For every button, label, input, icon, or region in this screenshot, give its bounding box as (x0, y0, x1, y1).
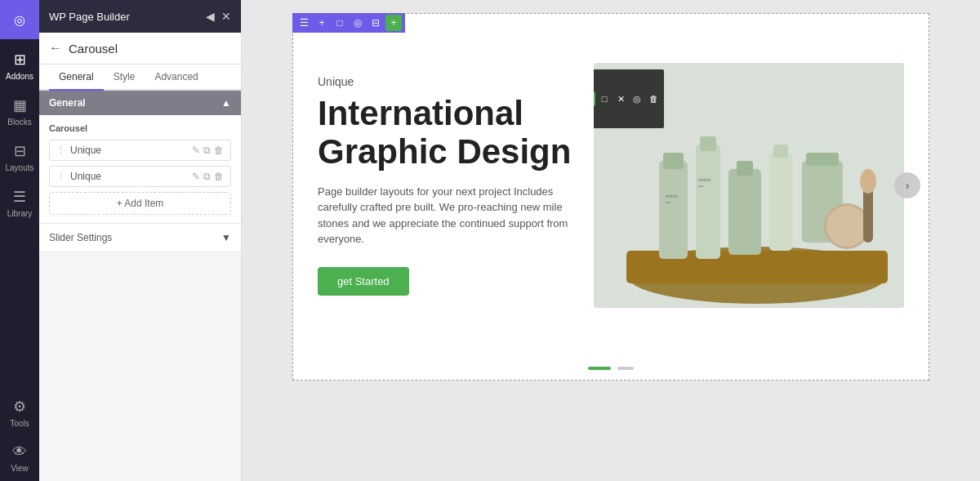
inline-add-icon[interactable]: + (594, 91, 595, 106)
layouts-label: Layouts (5, 163, 33, 172)
back-title: Carousel (69, 42, 118, 56)
widget-toolbar-top: ☰ + □ ◎ ⊟ + (292, 13, 405, 33)
library-icon: ☰ (13, 188, 26, 206)
svg-text:spa: spa (666, 200, 671, 204)
slide-product-image: endota spa endota spa + □ ✕ ◎ 🗑 (594, 63, 904, 308)
dot-1[interactable] (588, 367, 611, 370)
add-item-button[interactable]: + Add Item (49, 192, 231, 215)
sidebar-item-tools[interactable]: ⚙ Tools (0, 390, 39, 435)
collapse-icon[interactable]: ◀ (206, 10, 215, 23)
widget-tool-target-icon[interactable]: ◎ (350, 15, 366, 31)
svg-point-16 (860, 169, 876, 194)
logo-icon: ◎ (14, 12, 25, 28)
duplicate-icon[interactable]: ⧉ (203, 145, 211, 156)
dot-2[interactable] (617, 367, 634, 370)
sidebar-item-layouts[interactable]: ⊟ Layouts (0, 134, 39, 180)
sidebar-item-addons[interactable]: ⊞ Addons (0, 42, 39, 88)
get-started-button[interactable]: get Started (318, 267, 409, 296)
carousel-item: ⋮ Unique ✎ ⧉ 🗑 (49, 140, 231, 161)
delete-icon[interactable]: 🗑 (214, 145, 224, 156)
svg-rect-4 (663, 153, 684, 169)
panel-header-icons: ◀ ✕ (206, 10, 231, 23)
panel-header: WP Page Builder ◀ ✕ (39, 0, 241, 33)
canvas: ☰ + □ ◎ ⊟ + Unique International Graphic… (242, 0, 980, 481)
duplicate-icon-2[interactable]: ⧉ (203, 171, 211, 182)
panel-title-text: WP Page Builder (49, 11, 130, 23)
blocks-icon: ▦ (13, 96, 27, 114)
widget-tool-add-icon[interactable]: + (314, 15, 330, 31)
add-item-label: + Add Item (117, 198, 164, 209)
tab-general[interactable]: General (49, 65, 104, 91)
svg-text:spa: spa (698, 184, 704, 188)
sidebar-item-library[interactable]: ☰ Library (0, 180, 39, 225)
sidebar-item-blocks[interactable]: ▦ Blocks (0, 88, 39, 134)
tab-advanced[interactable]: Advanced (145, 65, 207, 91)
sidebar-item-view[interactable]: 👁 View (0, 435, 39, 481)
svg-rect-10 (773, 145, 788, 158)
inline-copy-icon[interactable]: □ (597, 91, 612, 106)
library-label: Library (7, 209, 33, 218)
carousel-item-1-label: Unique (70, 145, 192, 156)
widget-container: ☰ + □ ◎ ⊟ + Unique International Graphic… (292, 13, 929, 381)
carousel-item-1-actions: ✎ ⧉ 🗑 (192, 145, 224, 156)
slider-settings-row[interactable]: Slider Settings ▼ (39, 224, 241, 252)
slide-tag: Unique (318, 75, 577, 88)
close-icon[interactable]: ✕ (221, 10, 231, 23)
icon-bar: ◎ ⊞ Addons ▦ Blocks ⊟ Layouts ☰ Library … (0, 0, 39, 481)
drag-handle-icon-2: ⋮ (56, 171, 65, 182)
tools-icon: ⚙ (13, 398, 26, 416)
panel: WP Page Builder ◀ ✕ ← Carousel General S… (39, 0, 242, 481)
tabs: General Style Advanced (39, 65, 241, 91)
back-button[interactable]: ← (49, 41, 62, 56)
widget-tool-copy-icon[interactable]: □ (332, 15, 348, 31)
svg-rect-8 (737, 161, 753, 176)
svg-rect-3 (659, 161, 688, 259)
edit-icon[interactable]: ✎ (192, 145, 200, 156)
carousel-item-2: ⋮ Unique ✎ ⧉ 🗑 (49, 166, 231, 187)
inline-delete-icon[interactable]: 🗑 (646, 91, 661, 106)
slide-description: Page builder layouts for your next proje… (318, 184, 577, 247)
drag-handle-icon: ⋮ (56, 145, 65, 156)
layouts-icon: ⊟ (14, 142, 26, 160)
view-icon: 👁 (12, 443, 27, 461)
widget-tool-add-section-icon[interactable]: + (385, 15, 402, 31)
tab-style[interactable]: Style (104, 65, 145, 91)
content-toolbar: + □ ✕ ◎ 🗑 (594, 69, 664, 128)
panel-title: WP Page Builder (49, 11, 130, 23)
delete-icon-2[interactable]: 🗑 (214, 171, 224, 182)
svg-rect-6 (700, 136, 716, 151)
tools-label: Tools (10, 419, 29, 428)
carousel-slide: Unique International Graphic Design Page… (293, 14, 929, 357)
widget-tool-grid-icon[interactable]: ⊟ (368, 15, 384, 31)
blocks-label: Blocks (7, 118, 31, 127)
svg-text:endota: endota (666, 194, 679, 198)
svg-rect-7 (728, 169, 761, 255)
carousel-dots (293, 357, 929, 380)
svg-point-14 (826, 206, 867, 247)
carousel-section-label: Carousel (49, 123, 231, 133)
svg-rect-5 (696, 145, 720, 259)
carousel-section: Carousel ⋮ Unique ✎ ⧉ 🗑 ⋮ Unique ✎ ⧉ 🗑 +… (39, 115, 241, 224)
back-row: ← Carousel (39, 33, 241, 65)
next-arrow-icon: › (906, 179, 910, 192)
view-label: View (11, 464, 29, 473)
widget-tool-settings-icon[interactable]: ☰ (296, 15, 312, 31)
carousel-item-2-label: Unique (70, 171, 192, 182)
carousel-item-2-actions: ✎ ⧉ 🗑 (192, 171, 224, 182)
slider-settings-chevron-icon: ▼ (221, 232, 231, 243)
svg-text:endota: endota (698, 177, 711, 182)
section-general-header[interactable]: General ▲ (39, 91, 241, 115)
addons-icon: ⊞ (14, 51, 26, 69)
inline-link-icon[interactable]: ◎ (630, 91, 644, 106)
inline-close-icon[interactable]: ✕ (613, 91, 628, 106)
slide-title: International Graphic Design (318, 95, 577, 170)
svg-rect-9 (769, 153, 792, 251)
addons-label: Addons (6, 72, 33, 81)
carousel-next-button[interactable]: › (894, 172, 920, 198)
section-chevron-icon: ▲ (221, 97, 231, 109)
svg-rect-12 (806, 153, 839, 166)
slider-settings-label: Slider Settings (49, 232, 112, 243)
logo-button[interactable]: ◎ (0, 0, 39, 39)
edit-icon-2[interactable]: ✎ (192, 171, 200, 182)
section-general-label: General (49, 97, 86, 109)
